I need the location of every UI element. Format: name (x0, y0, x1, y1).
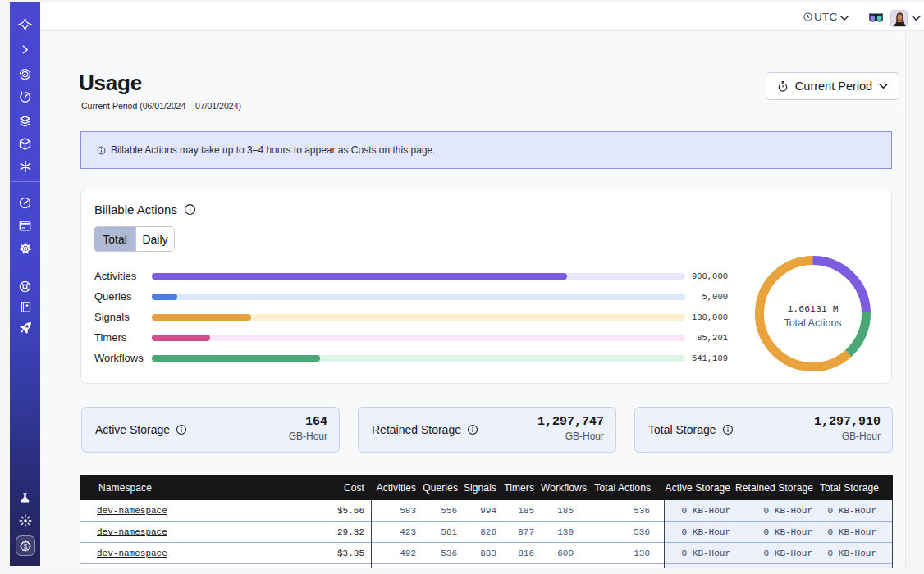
svg-text:$: $ (23, 542, 26, 549)
